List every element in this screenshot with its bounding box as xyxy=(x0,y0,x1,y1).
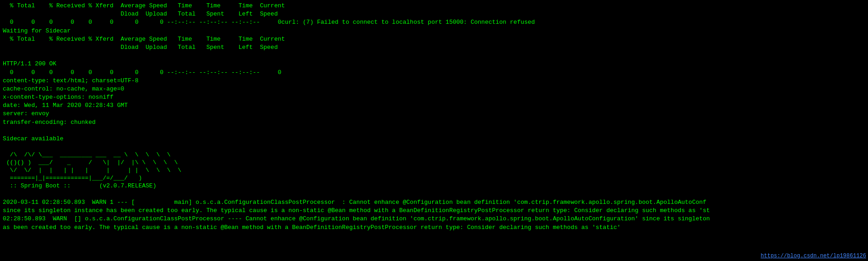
blank-2 xyxy=(3,127,865,135)
curl-data-2: 0 0 0 0 0 0 0 0 --:--:-- --:--:-- --:--:… xyxy=(3,69,865,77)
sidecar-available: Sidecar available xyxy=(3,135,865,143)
date-header: date: Wed, 11 Mar 2020 02:28:43 GMT xyxy=(3,101,865,110)
spring-boot-ascii-art: /\ /\/ \___ _________ ___ __ \ \ \ \ \ (… xyxy=(3,151,865,190)
blank-1 xyxy=(3,52,865,60)
content-type-header: content-type: text/html; charset=UTF-8 xyxy=(3,77,865,85)
transfer-encoding-header: transfer-encoding: chunked xyxy=(3,118,865,127)
blank-4 xyxy=(3,190,865,198)
warn-line-3: 02:28:50.893 WARN [] o.s.c.a.Configurati… xyxy=(3,215,865,223)
terminal: % Total % Received % Xferd Average Speed… xyxy=(0,0,868,261)
blank-3 xyxy=(3,143,865,151)
blog-link[interactable]: https://blog.csdn.net/lp19861126 xyxy=(761,252,866,260)
curl-header-3: % Total % Received % Xferd Average Speed… xyxy=(3,35,865,43)
x-content-type-header: x-content-type-options: nosniff xyxy=(3,93,865,101)
cache-control-header: cache-control: no-cache, max-age=0 xyxy=(3,85,865,93)
warn-line-1: 2020-03-11 02:28:50.893 WARN 1 --- [ mai… xyxy=(3,198,865,207)
warn-line-2: since its singleton instance has been cr… xyxy=(3,207,865,215)
curl-data-1: 0 0 0 0 0 0 0 0 --:--:-- --:--:-- --:--:… xyxy=(3,18,865,27)
curl-header-4: Dload Upload Total Spent Left Speed xyxy=(3,43,865,52)
curl-header-1: % Total % Received % Xferd Average Speed… xyxy=(3,2,865,10)
waiting-sidecar: Waiting for Sidecar xyxy=(3,27,865,35)
curl-header-2: Dload Upload Total Spent Left Speed xyxy=(3,10,865,18)
server-header: server: envoy xyxy=(3,110,865,118)
warn-line-4: as been created too early. The typical c… xyxy=(3,224,865,232)
http-status: HTTP/1.1 200 OK xyxy=(3,60,865,68)
